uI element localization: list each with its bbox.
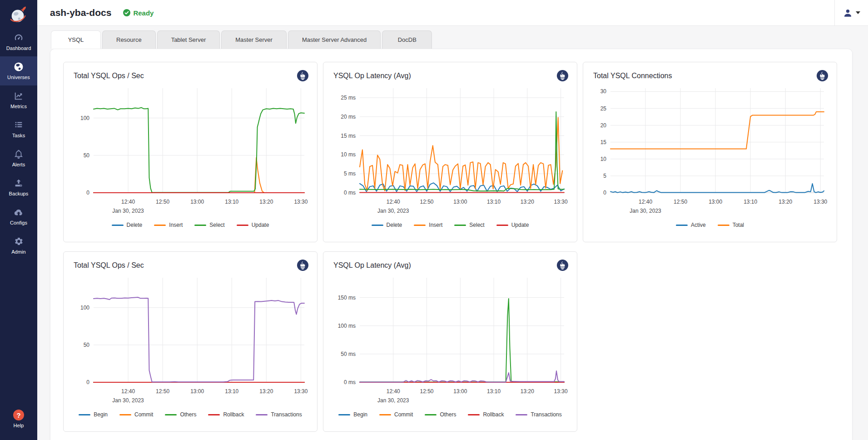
metrics-panel: Total YSQL Ops / Sec 05010012:4012:5013:…	[50, 49, 853, 440]
svg-text:13:00: 13:00	[190, 388, 204, 395]
cloud-upload-icon	[13, 207, 24, 218]
content-area: YSQL Resource Tablet Server Master Serve…	[37, 26, 868, 440]
legend-swatch	[112, 225, 124, 226]
prometheus-icon[interactable]	[556, 70, 569, 82]
legend-item[interactable]: Transactions	[516, 411, 561, 418]
tab-tablet-server[interactable]: Tablet Server	[157, 30, 220, 49]
legend-item[interactable]: Delete	[372, 222, 402, 228]
svg-text:15: 15	[600, 139, 607, 145]
legend-item[interactable]: Delete	[112, 222, 143, 228]
sidebar-item-label: Universes	[7, 75, 30, 80]
legend-item[interactable]: Update	[237, 222, 269, 228]
sidebar-item-label: Configs	[10, 220, 27, 225]
svg-text:12:40: 12:40	[121, 388, 135, 395]
legend-swatch	[425, 414, 436, 415]
sidebar-item-alerts[interactable]: Alerts	[0, 144, 37, 173]
tab-master-server-advanced[interactable]: Master Server Advanced	[288, 30, 381, 49]
svg-text:100 ms: 100 ms	[338, 323, 356, 329]
legend-item[interactable]: Total	[718, 222, 744, 228]
svg-text:13:00: 13:00	[453, 199, 467, 205]
legend-item[interactable]: Others	[165, 411, 196, 418]
svg-text:13:30: 13:30	[294, 199, 308, 205]
svg-text:Jan 30, 2023: Jan 30, 2023	[377, 397, 409, 404]
tab-docdb[interactable]: DocDB	[382, 30, 432, 49]
legend-item[interactable]: Select	[194, 222, 224, 228]
svg-text:13:20: 13:20	[259, 199, 273, 205]
legend-swatch	[516, 414, 527, 415]
svg-text:0: 0	[86, 379, 89, 385]
svg-text:12:40: 12:40	[639, 199, 652, 205]
legend-item[interactable]: Select	[454, 222, 484, 228]
svg-text:13:20: 13:20	[779, 199, 792, 205]
sidebar-item-tasks[interactable]: Tasks	[0, 115, 37, 144]
svg-text:13:00: 13:00	[453, 388, 467, 395]
user-menu[interactable]	[834, 0, 868, 25]
sidebar-item-configs[interactable]: Configs	[0, 202, 37, 231]
legend-item[interactable]: Rollback	[468, 411, 504, 418]
chart-line-icon	[13, 90, 24, 101]
legend-item[interactable]: Transactions	[256, 411, 302, 418]
svg-text:0: 0	[603, 190, 606, 196]
app-logo[interactable]	[0, 0, 37, 27]
legend-item[interactable]: Commit	[379, 411, 413, 418]
sidebar-item-metrics[interactable]: Metrics	[0, 85, 37, 115]
sidebar-item-label: Tasks	[12, 133, 25, 138]
svg-text:12:50: 12:50	[156, 199, 169, 205]
sidebar-item-backups[interactable]: Backups	[0, 173, 37, 202]
legend-item[interactable]: Others	[425, 411, 456, 418]
legend-item[interactable]: Commit	[119, 411, 153, 418]
prometheus-icon[interactable]	[556, 259, 569, 271]
chart-plot: 05010012:4012:5013:0013:1013:2013:30Jan …	[64, 272, 317, 410]
legend-swatch	[119, 414, 131, 415]
legend-item[interactable]: Update	[496, 222, 529, 228]
legend-item[interactable]: Begin	[338, 411, 367, 418]
legend-swatch	[208, 414, 220, 415]
legend-swatch	[468, 414, 480, 415]
sidebar-item-label: Metrics	[10, 104, 27, 109]
chart-plot: 0 ms5 ms10 ms15 ms20 ms25 ms12:4012:5013…	[323, 83, 577, 221]
chart-plot: 0 ms50 ms100 ms150 ms12:4012:5013:0013:1…	[323, 272, 577, 410]
bell-icon	[13, 149, 24, 160]
chart-card-total-ysql-connections: Total YSQL Connections 05101520253012:40…	[583, 62, 837, 242]
svg-text:Jan 30, 2023: Jan 30, 2023	[377, 208, 409, 214]
sidebar-item-dashboard[interactable]: Dashboard	[0, 27, 37, 56]
sidebar-item-label: Help	[13, 423, 24, 428]
sidebar-item-universes[interactable]: Universes	[0, 56, 37, 85]
tab-ysql[interactable]: YSQL	[51, 30, 101, 49]
legend-item[interactable]: Insert	[154, 222, 183, 228]
chart-title: Total YSQL Ops / Sec	[74, 261, 144, 270]
legend-item[interactable]: Active	[676, 222, 706, 228]
chart-plot: 05101520253012:4012:5013:0013:1013:2013:…	[583, 83, 837, 221]
tab-master-server[interactable]: Master Server	[221, 30, 287, 49]
svg-text:13:30: 13:30	[813, 199, 827, 205]
legend-swatch	[496, 225, 508, 226]
chart-legend: BeginCommitOthersRollbackTransactions	[323, 411, 577, 418]
legend-swatch	[165, 414, 177, 415]
sidebar-item-label: Admin	[11, 249, 26, 255]
legend-item[interactable]: Begin	[79, 411, 108, 418]
svg-text:Jan 30, 2023: Jan 30, 2023	[112, 208, 144, 214]
sidebar-item-admin[interactable]: Admin	[0, 231, 37, 260]
sidebar-item-label: Alerts	[12, 162, 25, 167]
prometheus-icon[interactable]	[816, 70, 828, 82]
legend-item[interactable]: Insert	[414, 222, 442, 228]
tab-resource[interactable]: Resource	[102, 30, 156, 49]
sidebar: Dashboard Universes Metrics Tasks Alerts…	[0, 0, 37, 440]
svg-text:13:30: 13:30	[554, 199, 568, 205]
sidebar-item-help[interactable]: ? Help	[0, 405, 37, 434]
svg-text:13:00: 13:00	[709, 199, 722, 205]
svg-text:5: 5	[603, 173, 606, 179]
svg-text:13:10: 13:10	[487, 388, 501, 395]
chart-title: Total YSQL Ops / Sec	[74, 72, 144, 80]
page-title: ash-yba-docs	[50, 7, 111, 18]
svg-text:150 ms: 150 ms	[338, 295, 356, 301]
prometheus-icon[interactable]	[297, 259, 309, 271]
svg-text:20 ms: 20 ms	[341, 114, 356, 120]
prometheus-icon[interactable]	[297, 70, 309, 82]
globe-icon	[13, 61, 24, 72]
svg-text:Jan 30, 2023: Jan 30, 2023	[630, 208, 661, 214]
svg-text:Jan 30, 2023: Jan 30, 2023	[112, 397, 144, 404]
svg-text:0 ms: 0 ms	[344, 379, 356, 385]
legend-item[interactable]: Rollback	[208, 411, 244, 418]
svg-text:25 ms: 25 ms	[341, 95, 356, 101]
